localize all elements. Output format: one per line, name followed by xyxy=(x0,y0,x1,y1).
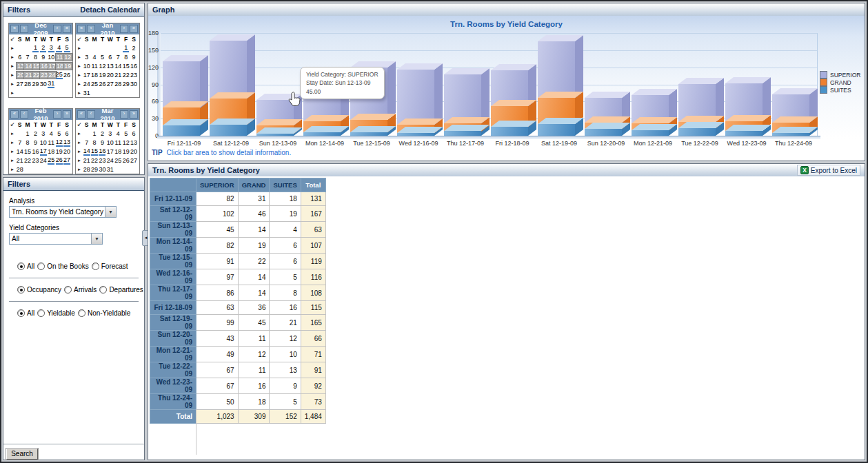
calendar-day[interactable]: 26 xyxy=(56,156,63,165)
week-select-arrow[interactable]: ► xyxy=(9,46,16,50)
calendar-day[interactable]: 21 xyxy=(17,157,23,164)
calendar-day-cell[interactable]: 22 xyxy=(32,71,39,79)
calendar-day[interactable]: 26 xyxy=(99,81,105,88)
calendar-day-cell[interactable]: 29 xyxy=(90,166,98,173)
calendar-day-cell[interactable]: 4 xyxy=(90,54,98,61)
calendar-day-cell[interactable]: 3 xyxy=(48,44,55,52)
calendar-day[interactable]: 10 xyxy=(40,139,47,146)
calendar-day-cell[interactable]: 4 xyxy=(48,130,55,137)
detach-calendar-link[interactable]: Detach Calendar xyxy=(80,6,140,14)
calendar-day-cell[interactable]: 16 xyxy=(39,62,47,70)
calendar-day[interactable]: 21 xyxy=(114,72,121,79)
week-select-arrow[interactable]: ► xyxy=(76,55,83,59)
select-all-weeks-icon[interactable]: ↙ xyxy=(76,36,83,42)
bar-segment-suites[interactable] xyxy=(303,132,341,136)
calendar-day-cell[interactable]: 21 xyxy=(23,71,31,79)
calendar-day-cell[interactable]: 7 xyxy=(83,139,90,146)
calendar-day-cell[interactable]: 28 xyxy=(114,81,122,88)
bar-segment-suites[interactable] xyxy=(491,127,528,136)
calendar-day[interactable]: 20 xyxy=(107,72,114,79)
calendar-day[interactable]: 23 xyxy=(32,157,39,164)
calendar-day-cell[interactable]: 4 xyxy=(55,44,63,52)
week-select-arrow[interactable]: ► xyxy=(9,150,16,154)
calendar-day-cell[interactable]: 16 xyxy=(99,147,106,156)
calendar-day[interactable]: 2 xyxy=(32,130,39,137)
calendar-day[interactable]: 6 xyxy=(107,54,113,61)
calendar-day-cell[interactable]: 14 xyxy=(114,63,122,70)
calendar-day[interactable]: 25 xyxy=(91,81,98,88)
calendar-day-cell[interactable]: 26 xyxy=(55,156,63,165)
calendar-day[interactable]: 18 xyxy=(48,148,54,155)
calendar-day-cell[interactable]: 18 xyxy=(55,62,63,70)
calendar-day-cell[interactable]: 17 xyxy=(83,72,90,79)
week-select-arrow[interactable]: ► xyxy=(76,167,83,172)
calendar-day[interactable]: 28 xyxy=(83,166,90,173)
bar-segment-suites[interactable] xyxy=(725,131,763,136)
calendar-day-cell[interactable]: 8 xyxy=(23,139,31,146)
calendar-day-cell[interactable]: 2 xyxy=(130,45,137,52)
week-select-arrow[interactable]: ► xyxy=(9,82,16,86)
calendar-day-cell[interactable]: 5 xyxy=(63,44,70,52)
calendar-day-cell[interactable]: 22 xyxy=(23,157,31,164)
calendar-day[interactable]: 5 xyxy=(64,44,70,52)
calendar-day[interactable]: 11 xyxy=(91,63,97,70)
calendar-day[interactable]: 22 xyxy=(91,157,98,164)
radio-option-departures[interactable]: Departures xyxy=(99,286,143,294)
calendar-day[interactable]: 17 xyxy=(40,147,47,156)
calendar-day-cell[interactable]: 9 xyxy=(39,54,47,61)
calendar-day[interactable]: 23 xyxy=(130,72,137,79)
calendar-day-cell[interactable]: 30 xyxy=(39,81,47,88)
bar-segment-suites[interactable] xyxy=(163,125,200,136)
calendar-day-cell[interactable]: 21 xyxy=(83,157,90,164)
calendar-day-cell[interactable]: 10 xyxy=(83,63,90,70)
calendar-day-cell[interactable]: 7 xyxy=(114,54,122,61)
calendar-day-cell[interactable]: 23 xyxy=(32,157,39,164)
calendar-day[interactable]: 27 xyxy=(63,156,70,165)
bar-segment-superior[interactable] xyxy=(538,41,575,98)
calendar-day-cell[interactable]: 19 xyxy=(55,148,63,155)
calendar-day[interactable]: 22 xyxy=(123,72,130,79)
calendar-day[interactable]: 7 xyxy=(83,139,90,146)
calendar-day[interactable]: 24 xyxy=(107,157,114,164)
calendar-day-cell[interactable]: 9 xyxy=(32,139,39,146)
calendar-day-cell[interactable]: 28 xyxy=(16,166,23,173)
week-select-arrow[interactable]: ► xyxy=(9,64,16,68)
calendar-day-cell[interactable]: 10 xyxy=(39,139,47,146)
calendar-day-cell[interactable]: 27 xyxy=(106,81,114,88)
prev-year-button[interactable]: « xyxy=(77,110,85,119)
radio-option-all[interactable]: All xyxy=(17,309,34,317)
radio-option-arrivals[interactable]: Arrivals xyxy=(64,286,97,294)
calendar-day-cell[interactable]: 29 xyxy=(122,81,130,88)
analysis-dropdown[interactable]: Trn. Rooms by Yield Category ▼ xyxy=(9,206,117,218)
calendar-day[interactable]: 30 xyxy=(40,81,47,88)
prev-month-button[interactable]: ‹ xyxy=(20,25,28,33)
calendar-day-cell[interactable]: 13 xyxy=(16,62,23,70)
calendar-day[interactable]: 8 xyxy=(92,139,98,146)
week-select-arrow[interactable]: ► xyxy=(9,141,16,145)
calendar-day-cell[interactable]: 15 xyxy=(32,62,39,70)
search-button[interactable]: Search xyxy=(6,449,38,460)
calendar-day-cell[interactable]: 21 xyxy=(16,157,23,164)
calendar-day-cell[interactable]: 2 xyxy=(32,130,39,137)
calendar-day-cell[interactable]: 13 xyxy=(106,63,114,70)
calendar-day-cell[interactable]: 8 xyxy=(122,54,130,61)
calendar-day-cell[interactable]: 25 xyxy=(55,71,63,79)
calendar-day-cell[interactable]: 3 xyxy=(83,54,90,61)
calendar-day-cell[interactable]: 19 xyxy=(122,148,130,155)
calendar-day[interactable]: 6 xyxy=(17,54,23,61)
calendar-day[interactable]: 4 xyxy=(92,54,98,61)
calendar-day[interactable]: 3 xyxy=(48,44,54,52)
calendar-day-cell[interactable]: 3 xyxy=(39,130,47,137)
calendar-day-cell[interactable]: 8 xyxy=(32,54,39,61)
calendar-day-cell[interactable]: 16 xyxy=(32,148,39,155)
bar-segment-suites[interactable] xyxy=(210,125,247,136)
calendar-day-cell[interactable]: 18 xyxy=(114,148,122,155)
calendar-day[interactable]: 29 xyxy=(123,81,130,88)
calendar-day-cell[interactable]: 11 xyxy=(90,63,98,70)
calendar-day[interactable]: 23 xyxy=(99,157,105,164)
prev-month-button[interactable]: ‹ xyxy=(87,110,95,119)
calendar-day[interactable]: 26 xyxy=(123,157,130,164)
calendar-day[interactable]: 14 xyxy=(17,148,23,155)
calendar-day[interactable]: 13 xyxy=(130,139,137,146)
calendar-day-cell[interactable]: 15 xyxy=(90,147,98,156)
